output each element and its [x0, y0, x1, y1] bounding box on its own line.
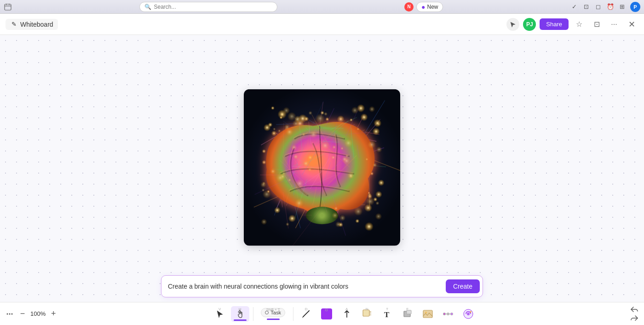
divider-2 — [293, 307, 293, 321]
zoom-plus-button[interactable]: + — [48, 309, 58, 319]
pen-shortcut: D — [305, 307, 308, 311]
star-icon[interactable]: ☆ — [572, 17, 586, 31]
undo-button[interactable] — [629, 305, 639, 313]
text-shortcut: T — [386, 307, 388, 311]
shape-shortcut: F — [406, 307, 408, 311]
connections-icon — [442, 308, 454, 320]
app-bar-right: PJ Share ☆ ⊡ ··· ✕ — [506, 17, 638, 31]
bookmark-icon[interactable]: ⊡ — [582, 3, 591, 11]
canvas-area[interactable]: Create − 100% + V H — [0, 35, 644, 325]
more-options-icon[interactable]: ··· — [607, 17, 621, 31]
cursor-presence-icon — [506, 18, 519, 31]
zoom-out-button[interactable] — [5, 309, 15, 319]
create-button[interactable]: Create — [446, 279, 480, 293]
ai-tool[interactable] — [459, 306, 477, 322]
svg-point-21 — [467, 313, 470, 315]
text-tool[interactable]: T T — [378, 306, 397, 322]
svg-text:T: T — [384, 310, 390, 319]
new-button[interactable]: ● New — [416, 2, 443, 12]
svg-point-5 — [7, 313, 8, 314]
app-bar: ✎ Whiteboard PJ Share ☆ ⊡ ··· ✕ — [0, 14, 644, 35]
note-tool[interactable]: N — [358, 306, 376, 322]
plus-icon: ● — [421, 3, 425, 11]
browser-actions: N ● New — [404, 2, 443, 12]
task-tool[interactable]: Shift + T Task — [257, 307, 289, 321]
redo-button[interactable] — [629, 314, 639, 322]
image-icon — [421, 308, 434, 320]
layout-icon[interactable]: ⊡ — [590, 17, 604, 31]
brain-image — [244, 89, 400, 246]
svg-rect-0 — [5, 4, 11, 10]
svg-point-6 — [12, 313, 13, 314]
zoom-minus-button[interactable]: − — [17, 309, 28, 319]
undo-redo-container — [629, 305, 639, 322]
check-circle-icon[interactable]: ✓ — [570, 3, 579, 11]
prompt-input[interactable] — [168, 283, 446, 290]
active-indicator — [234, 319, 247, 321]
image-tool[interactable] — [419, 306, 437, 322]
search-input[interactable] — [154, 4, 272, 10]
note-shortcut: N — [366, 307, 368, 311]
search-icon: 🔍 — [144, 4, 151, 10]
bottom-toolbar: − 100% + V H — [0, 302, 644, 325]
shape-tool[interactable]: F — [398, 306, 417, 322]
connections-tool[interactable] — [439, 306, 457, 322]
hand-tool[interactable]: H — [231, 306, 249, 322]
hand-shortcut: H — [239, 307, 242, 311]
svg-point-4 — [9, 313, 11, 314]
svg-point-14 — [447, 313, 449, 315]
ai-icon — [462, 308, 475, 320]
camera-icon[interactable]: ◻ — [594, 3, 603, 11]
color-tool[interactable]: O — [317, 307, 336, 321]
select-tool[interactable]: V — [211, 306, 229, 322]
divider-1 — [253, 307, 253, 321]
zoom-controls: − 100% + — [5, 309, 58, 319]
browser-right: ✓ ⊡ ◻ ⏰ ⊞ P — [570, 2, 640, 12]
collaborator-avatar[interactable]: PJ — [523, 18, 536, 31]
browser-bar: 🔍 N ● New ✓ ⊡ ◻ ⏰ ⊞ P — [0, 0, 644, 14]
task-active-bar — [267, 319, 280, 320]
zoom-level: 100% — [30, 310, 46, 317]
grid-icon[interactable]: ⊞ — [618, 3, 627, 11]
pen-tool[interactable]: D — [297, 306, 316, 322]
task-shortcut: Shift + T — [266, 308, 280, 312]
browser-left — [4, 3, 12, 11]
notion-icon[interactable]: N — [404, 2, 414, 12]
svg-point-19 — [451, 313, 453, 315]
app-title-button[interactable]: ✎ Whiteboard — [6, 19, 58, 30]
svg-point-12 — [425, 312, 427, 313]
svg-rect-11 — [423, 310, 432, 318]
select-shortcut: V — [218, 307, 221, 311]
browser-search-bar[interactable]: 🔍 — [139, 2, 277, 12]
svg-point-18 — [443, 313, 445, 315]
whiteboard-icon: ✎ — [10, 21, 17, 28]
arrow-tool[interactable]: A — [338, 306, 356, 322]
calendar-icon[interactable] — [4, 3, 12, 11]
brain-canvas — [244, 89, 400, 246]
arrow-shortcut: A — [345, 307, 348, 311]
prompt-container: Create — [161, 275, 483, 297]
color-shortcut: O — [325, 308, 328, 312]
close-button[interactable]: ✕ — [625, 17, 638, 31]
app-title-text: Whiteboard — [20, 21, 53, 28]
clock-icon[interactable]: ⏰ — [606, 3, 615, 11]
new-label: New — [427, 4, 438, 10]
share-button[interactable]: Share — [540, 18, 569, 30]
user-avatar[interactable]: P — [630, 2, 640, 12]
